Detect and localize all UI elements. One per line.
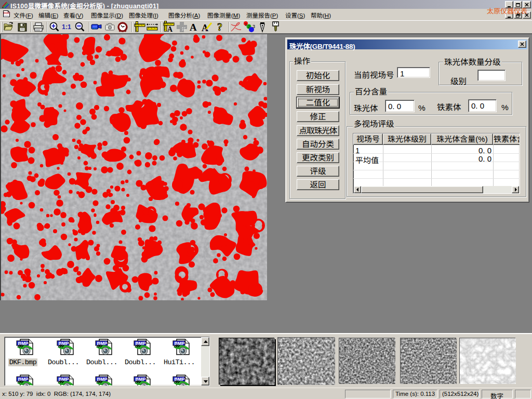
svg-text:3: 3 [252, 24, 255, 29]
svg-text:A: A [190, 22, 197, 33]
svg-text:DOC: DOC [4, 11, 10, 15]
svg-text:1:1: 1:1 [62, 23, 71, 31]
svg-text:?: ? [217, 21, 222, 33]
svg-text:A: A [167, 25, 173, 33]
